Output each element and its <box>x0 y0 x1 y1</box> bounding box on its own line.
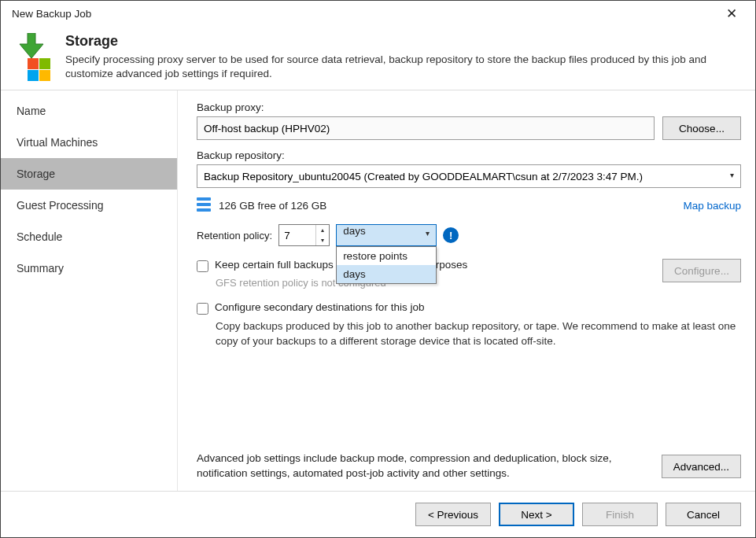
disk-stack-icon <box>197 197 211 213</box>
advanced-button[interactable]: Advanced... <box>662 455 741 478</box>
spinner-down-icon[interactable]: ▾ <box>316 235 329 245</box>
finish-button: Finish <box>582 503 658 526</box>
retention-spinner[interactable]: ▴ ▾ <box>278 224 330 246</box>
cancel-button[interactable]: Cancel <box>666 503 741 526</box>
wizard-header: Storage Specify processing proxy server … <box>1 22 755 90</box>
titlebar: New Backup Job ✕ <box>1 1 755 22</box>
gfs-checkbox[interactable] <box>197 260 208 272</box>
info-icon[interactable]: ! <box>443 227 459 243</box>
page-title: Storage <box>65 33 736 50</box>
map-backup-link[interactable]: Map backup <box>683 200 741 212</box>
retention-unit-value: days <box>343 225 366 237</box>
nav-item-name[interactable]: Name <box>1 95 177 127</box>
wizard-nav: Name Virtual Machines Storage Guest Proc… <box>1 90 178 491</box>
dropdown-option-restore-points[interactable]: restore points <box>337 247 436 265</box>
nav-item-summary[interactable]: Summary <box>1 252 177 284</box>
chevron-down-icon: ▾ <box>426 229 430 238</box>
retention-value-input[interactable] <box>279 225 315 245</box>
page-subtitle: Specify processing proxy server to be us… <box>65 53 736 81</box>
wizard-footer: < Previous Next > Finish Cancel <box>1 492 755 537</box>
wizard-body: Name Virtual Machines Storage Guest Proc… <box>1 90 755 492</box>
retention-label: Retention policy: <box>197 230 272 241</box>
previous-button[interactable]: < Previous <box>415 503 491 526</box>
content-panel: Backup proxy: Choose... Backup repositor… <box>178 90 755 491</box>
dropdown-option-days[interactable]: days <box>337 265 436 283</box>
backup-proxy-label: Backup proxy: <box>197 101 741 113</box>
advanced-text: Advanced job settings include backup mod… <box>197 451 652 481</box>
nav-item-schedule[interactable]: Schedule <box>1 221 177 252</box>
retention-unit-select[interactable]: days ▾ <box>336 224 437 246</box>
nav-item-storage[interactable]: Storage <box>1 158 177 190</box>
gfs-configure-button: Configure... <box>662 259 741 282</box>
choose-proxy-button[interactable]: Choose... <box>662 116 741 140</box>
storage-free-text: 126 GB free of 126 GB <box>219 200 326 212</box>
nav-item-guest-processing[interactable]: Guest Processing <box>1 190 177 221</box>
secondary-description: Copy backups produced by this job to ano… <box>216 319 741 349</box>
backup-proxy-field[interactable] <box>197 116 655 140</box>
storage-wizard-icon <box>12 33 51 82</box>
backup-repository-label: Backup repository: <box>197 149 741 161</box>
retention-unit-dropdown: restore points days <box>336 246 437 284</box>
dialog-window: New Backup Job ✕ Storage Specify process… <box>0 0 756 538</box>
next-button[interactable]: Next > <box>499 503 574 526</box>
backup-repository-select[interactable] <box>197 164 741 188</box>
secondary-checkbox-label: Configure secondary destinations for thi… <box>215 301 424 313</box>
close-icon[interactable]: ✕ <box>716 6 747 22</box>
nav-item-virtual-machines[interactable]: Virtual Machines <box>1 127 177 158</box>
spinner-up-icon[interactable]: ▴ <box>316 225 329 235</box>
header-text: Storage Specify processing proxy server … <box>65 33 736 82</box>
secondary-checkbox[interactable] <box>197 303 208 315</box>
window-title: New Backup Job <box>12 8 91 20</box>
